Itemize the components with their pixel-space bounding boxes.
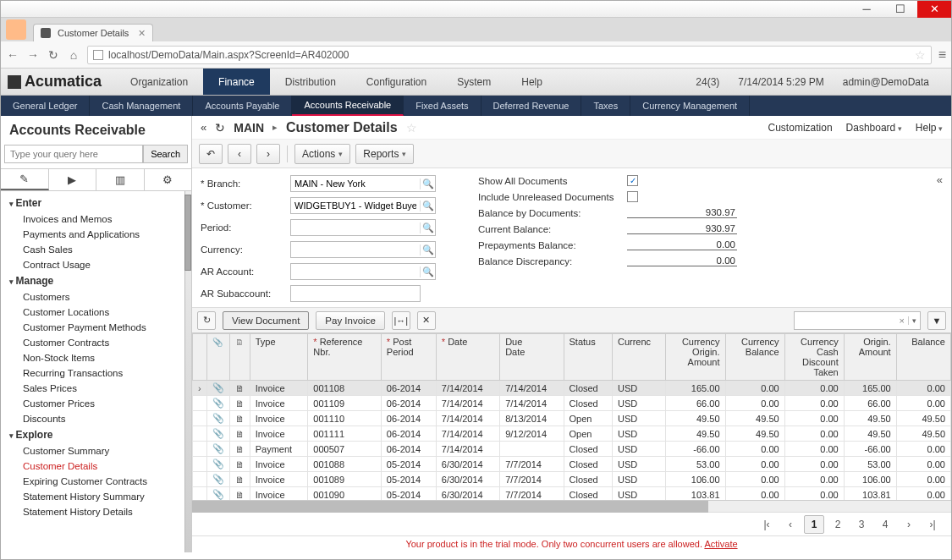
browser-menu-icon[interactable]: ≡ (938, 47, 946, 63)
lookup-icon[interactable]: 🔍 (420, 222, 435, 233)
col-header[interactable]: ReferenceNbr. (308, 334, 382, 381)
col-header[interactable]: Currenc (612, 334, 665, 381)
view-document-button[interactable]: View Document (223, 311, 309, 330)
window-maximize[interactable]: ☐ (883, 1, 917, 18)
cell[interactable]: › (193, 381, 207, 396)
actions-dropdown[interactable]: Actions (294, 144, 350, 164)
cell[interactable] (193, 487, 207, 501)
tree-item-customers[interactable]: Customers (1, 289, 191, 305)
browser-forward-icon[interactable]: → (26, 48, 40, 62)
tree-item-statement-history-details[interactable]: Statement History Details (1, 504, 191, 519)
subnav-cash-management[interactable]: Cash Management (90, 96, 193, 116)
favorite-star-icon[interactable]: ☆ (406, 121, 417, 135)
subnav-fixed-assets[interactable]: Fixed Assets (404, 96, 481, 116)
subnav-deferred-revenue[interactable]: Deferred Revenue (482, 96, 582, 116)
pager-page-4[interactable]: 4 (875, 515, 895, 534)
pager-prev-icon[interactable]: ‹ (780, 515, 801, 534)
col-header[interactable]: Status (564, 334, 612, 381)
collapse-left-icon[interactable]: « (201, 121, 206, 134)
cell[interactable] (193, 442, 207, 457)
cell[interactable]: 📎 (206, 426, 229, 442)
table-row[interactable]: 📎🗎Invoice00111006-20147/14/20148/13/2014… (193, 411, 951, 426)
cell[interactable] (193, 426, 207, 442)
include-unrel-checkbox[interactable] (627, 191, 638, 202)
cell[interactable]: 📎 (206, 442, 229, 457)
bookmark-star-icon[interactable]: ☆ (915, 48, 926, 62)
breadcrumb-module[interactable]: MAIN (234, 121, 264, 135)
cell[interactable] (193, 472, 207, 487)
prev-record-button[interactable]: ‹ (228, 144, 251, 164)
table-row[interactable]: 📎🗎Invoice00110906-20147/14/20147/14/2014… (193, 396, 951, 411)
module-search-button[interactable]: Search (143, 145, 188, 163)
left-tab-play[interactable]: ▶ (49, 169, 97, 190)
browser-tab[interactable]: Customer Details ✕ (33, 24, 153, 41)
grid-horizontal-scrollbar[interactable] (192, 500, 951, 512)
table-row[interactable]: 📎🗎Invoice00109005-20146/30/20147/7/2014C… (193, 487, 951, 501)
branch-selector[interactable]: 🔍 (290, 175, 436, 192)
dashboard-dropdown[interactable]: Dashboard (846, 122, 902, 134)
window-close[interactable]: ✕ (917, 1, 951, 18)
col-header[interactable] (193, 334, 207, 381)
table-row[interactable]: 📎🗎Invoice00111106-20147/14/20149/12/2014… (193, 426, 951, 442)
subnav-accounts-receivable[interactable]: Accounts Receivable (292, 96, 404, 116)
col-header[interactable]: Balance (896, 334, 950, 381)
app-menu-distribution[interactable]: Distribution (270, 69, 351, 95)
tree-scroll-thumb[interactable] (184, 195, 191, 271)
subnav-accounts-payable[interactable]: Accounts Payable (193, 96, 292, 116)
cell[interactable]: 📎 (206, 472, 229, 487)
subnav-currency-management[interactable]: Currency Management (630, 96, 750, 116)
customer-selector[interactable]: 🔍 (290, 197, 436, 214)
lookup-icon[interactable]: 🔍 (420, 266, 435, 277)
table-row[interactable]: 📎🗎Invoice00108905-20146/30/20147/7/2014C… (193, 472, 951, 487)
ar-account-selector[interactable]: 🔍 (290, 263, 436, 280)
period-input[interactable] (291, 220, 420, 235)
table-row[interactable]: 📎🗎Payment00050706-20147/14/2014ClosedUSD… (193, 442, 951, 457)
col-header[interactable]: CurrencyBalance (725, 334, 784, 381)
tree-item-invoices-and-memos[interactable]: Invoices and Memos (1, 211, 191, 227)
col-header[interactable]: CurrencyCashDiscountTaken (784, 334, 844, 381)
tree-item-customer-summary[interactable]: Customer Summary (1, 443, 191, 458)
cell[interactable]: 📎 (206, 396, 229, 411)
form-collapse-icon[interactable]: « (937, 173, 943, 186)
customer-input[interactable] (291, 198, 420, 213)
lookup-icon[interactable]: 🔍 (420, 200, 435, 211)
branch-input[interactable] (291, 176, 420, 191)
currency-selector[interactable]: 🔍 (290, 241, 436, 258)
left-tab-chart[interactable]: ▥ (96, 169, 145, 190)
cell[interactable] (193, 411, 207, 426)
tree-item-customer-contracts[interactable]: Customer Contracts (1, 335, 191, 350)
tree-item-contract-usage[interactable]: Contract Usage (1, 257, 191, 272)
cell[interactable]: 🗎 (229, 411, 250, 426)
notification-count[interactable]: 24(3) (696, 76, 719, 88)
tree-item-expiring-customer-contracts[interactable]: Expiring Customer Contracts (1, 474, 191, 489)
cell[interactable] (193, 457, 207, 472)
pager-page-1[interactable]: 1 (804, 515, 824, 534)
subnav-general-ledger[interactable]: General Ledger (1, 96, 90, 116)
ar-account-input[interactable] (291, 264, 420, 279)
browser-home-icon[interactable]: ⌂ (67, 48, 80, 62)
tree-item-customer-locations[interactable]: Customer Locations (1, 305, 191, 320)
col-header[interactable]: Origin.Amount (844, 334, 896, 381)
cell[interactable]: 🗎 (229, 472, 250, 487)
ar-sub-input[interactable] (291, 286, 420, 301)
cell[interactable]: 📎 (206, 457, 229, 472)
col-header[interactable]: Type (250, 334, 308, 381)
browser-url-input[interactable]: localhost/DemoData/Main.aspx?ScreenId=AR… (87, 46, 932, 64)
customization-link[interactable]: Customization (768, 122, 833, 134)
app-menu-system[interactable]: System (442, 69, 506, 95)
pager-last-icon[interactable]: ›| (922, 515, 943, 534)
col-header[interactable]: PostPeriod (381, 334, 436, 381)
tree-item-payments-and-applications[interactable]: Payments and Applications (1, 227, 191, 242)
pager-first-icon[interactable]: |‹ (757, 515, 777, 534)
fit-columns-icon[interactable]: |↔| (392, 311, 410, 330)
cell[interactable]: 🗎 (229, 442, 250, 457)
app-menu-finance[interactable]: Finance (203, 69, 270, 95)
tree-item-cash-sales[interactable]: Cash Sales (1, 242, 191, 257)
tree-item-recurring-transactions[interactable]: Recurring Transactions (1, 365, 191, 381)
next-record-button[interactable]: › (256, 144, 280, 164)
tree-item-non-stock-items[interactable]: Non-Stock Items (1, 350, 191, 365)
tree-item-customer-prices[interactable]: Customer Prices (1, 396, 191, 411)
brand-logo[interactable]: Acumatica (8, 73, 102, 91)
grid-hscroll-thumb[interactable] (192, 501, 708, 513)
clear-search-icon[interactable]: × (900, 316, 905, 326)
